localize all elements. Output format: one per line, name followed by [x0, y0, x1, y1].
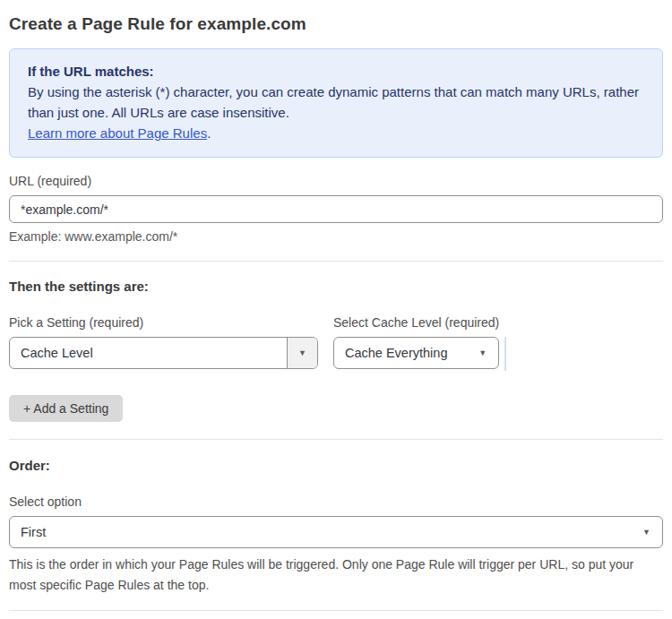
page-title: Create a Page Rule for example.com [9, 14, 663, 34]
cache-level-label: Select Cache Level (required) [333, 315, 506, 330]
order-section-heading: Order: [9, 458, 663, 473]
order-select[interactable]: First ▼ [9, 516, 663, 548]
url-field-label: URL (required) [9, 174, 663, 188]
url-input[interactable] [9, 195, 663, 223]
chevron-down-icon: ▼ [478, 349, 498, 357]
pick-setting-value: Cache Level [10, 346, 287, 360]
cache-level-wrap: Cache Everything ▼ [333, 337, 506, 371]
divider [9, 610, 663, 611]
link-suffix: . [207, 125, 211, 141]
order-helper-text: This is the order in which your Page Rul… [9, 555, 663, 596]
cache-level-column: Select Cache Level (required) Cache Ever… [333, 315, 506, 371]
info-box-body: By using the asterisk (*) character, you… [28, 82, 644, 143]
settings-section-heading: Then the settings are: [9, 279, 663, 294]
setting-divider-line [504, 337, 506, 371]
info-box-heading: If the URL matches: [28, 61, 644, 82]
pick-setting-arrow-button[interactable]: ▼ [287, 338, 317, 368]
pick-setting-column: Pick a Setting (required) Cache Level ▼ [9, 315, 318, 369]
learn-more-link[interactable]: Learn more about Page Rules [28, 125, 207, 141]
divider [9, 439, 663, 440]
pick-setting-label: Pick a Setting (required) [9, 315, 318, 330]
pick-setting-select[interactable]: Cache Level ▼ [9, 337, 318, 369]
settings-row: Pick a Setting (required) Cache Level ▼ … [9, 315, 663, 371]
url-example-helper: Example: www.example.com/* [9, 229, 663, 244]
order-select-value: First [10, 525, 642, 539]
cache-level-value: Cache Everything [334, 346, 478, 360]
info-box-body-text: By using the asterisk (*) character, you… [28, 84, 639, 120]
cache-level-select[interactable]: Cache Everything ▼ [333, 337, 499, 369]
url-matches-info-box: If the URL matches: By using the asteris… [9, 48, 663, 158]
add-setting-button[interactable]: + Add a Setting [9, 395, 123, 422]
page-rule-form: Create a Page Rule for example.com If th… [0, 0, 672, 619]
chevron-down-icon: ▼ [298, 349, 306, 357]
chevron-down-icon: ▼ [642, 529, 662, 537]
order-select-label: Select option [9, 494, 663, 509]
divider [9, 261, 663, 262]
